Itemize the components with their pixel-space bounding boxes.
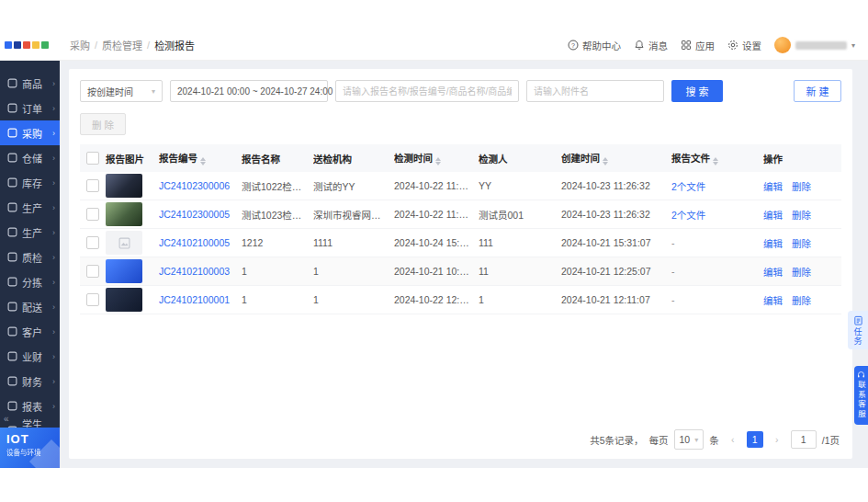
breadcrumb-separator: /	[95, 40, 97, 51]
report-thumbnail[interactable]	[106, 259, 142, 283]
prev-page-button[interactable]: ‹	[725, 431, 741, 448]
brand-logo[interactable]	[5, 41, 49, 49]
report-thumbnail[interactable]	[106, 288, 142, 312]
apps-link[interactable]: 应用	[681, 39, 715, 52]
help-center-link[interactable]: ? 帮助中心	[568, 39, 621, 52]
sort-icon	[603, 157, 608, 165]
sort-icon	[435, 157, 441, 165]
tester: 111	[479, 237, 561, 248]
sidebar-item-sorting[interactable]: 分拣›	[0, 269, 60, 294]
row-checkbox[interactable]	[86, 179, 99, 192]
chevron-right-icon: ›	[52, 402, 55, 411]
warehouse-icon	[7, 153, 17, 163]
delete-link[interactable]: 删除	[792, 295, 811, 306]
column-header: 送检机构	[313, 152, 394, 165]
sidebar-item-label: 采购	[22, 126, 42, 141]
logo-title: IOT	[6, 432, 53, 446]
delete-link[interactable]: 删除	[792, 267, 811, 278]
headset-icon	[857, 371, 865, 379]
sidebar-collapse-button[interactable]: «	[4, 414, 9, 424]
next-page-button[interactable]: ›	[769, 431, 785, 448]
settings-link[interactable]: 设置	[727, 39, 761, 52]
row-checkbox[interactable]	[86, 265, 99, 278]
sidebar-item-purchase[interactable]: 采购›	[0, 120, 60, 145]
row-checkbox[interactable]	[86, 208, 99, 221]
files-link[interactable]: 2个文件	[671, 210, 705, 221]
report-id-link[interactable]: JC24102300006	[159, 180, 230, 191]
filter-bar: 按创建时间 ▾ 2024-10-21 00:00 ~ 2024-10-27 24…	[80, 80, 841, 102]
report-name: 1	[242, 266, 313, 277]
messages-link[interactable]: 消息	[634, 39, 668, 52]
edit-link[interactable]: 编辑	[763, 238, 783, 249]
sidebar-item-quality[interactable]: 质检›	[0, 245, 60, 269]
report-thumbnail[interactable]	[106, 231, 142, 255]
report-id-link[interactable]: JC24102100003	[159, 266, 230, 277]
breadcrumb-item[interactable]: 质检管理	[102, 38, 142, 52]
tester: 11	[479, 266, 561, 277]
sidebar-item-inventory[interactable]: 库存›	[0, 170, 60, 195]
report-thumbnail[interactable]	[106, 174, 142, 198]
sidebar-item-production-2[interactable]: 生产›	[0, 220, 60, 245]
sidebar-item-finance[interactable]: 财务›	[0, 369, 60, 394]
select-all-checkbox[interactable]	[86, 152, 99, 165]
column-header: 报告图片	[106, 152, 159, 165]
sidebar-item-warehouse[interactable]: 仓储›	[0, 145, 60, 170]
page-jump-input[interactable]: 1	[791, 430, 817, 449]
column-header[interactable]: 报告文件	[671, 151, 763, 165]
sidebar-item-delivery[interactable]: 配送›	[0, 294, 60, 319]
bell-icon	[634, 40, 645, 51]
breadcrumb: 采购/质检管理/检测报告	[70, 38, 195, 52]
delete-link[interactable]: 删除	[792, 181, 811, 192]
page-size-select[interactable]: 10 ▾	[674, 429, 705, 450]
contact-service-button[interactable]: 联系客服	[854, 366, 868, 425]
time-field-select[interactable]: 按创建时间 ▾	[80, 80, 163, 102]
column-header[interactable]: 创建时间	[561, 151, 671, 165]
sidebar-item-orders[interactable]: 订单›	[0, 96, 60, 120]
apps-label: 应用	[695, 39, 715, 52]
batch-delete-button[interactable]: 删 除	[80, 113, 126, 135]
report-name: 测试1022检测报告	[242, 179, 313, 193]
created-time: 2024-10-21 15:31:07	[561, 237, 671, 248]
edit-link[interactable]: 编辑	[763, 210, 783, 221]
chevron-down-icon: ▾	[694, 436, 698, 444]
report-id-link[interactable]: JC24102100001	[159, 294, 230, 305]
inventory-icon	[7, 177, 17, 188]
files-link[interactable]: 2个文件	[671, 181, 705, 192]
grid-icon	[681, 40, 692, 51]
table-row: JC24102100001112024-10-22 12:10:0012024-…	[80, 286, 841, 314]
top-header: 采购/质检管理/检测报告 ? 帮助中心 消息	[0, 30, 868, 61]
sidebar-item-customers[interactable]: 客户›	[0, 319, 60, 344]
report-id-link[interactable]: JC24102300005	[159, 209, 230, 220]
brand-logo-square	[32, 41, 39, 49]
chevron-right-icon: ›	[52, 203, 55, 212]
task-label: 任务	[852, 327, 864, 346]
row-checkbox[interactable]	[86, 293, 99, 306]
create-button[interactable]: 新 建	[794, 80, 841, 102]
column-header[interactable]: 报告编号	[159, 151, 242, 165]
header-actions: ? 帮助中心 消息 应用	[568, 37, 855, 53]
sidebar-item-business-finance[interactable]: 业财›	[0, 344, 60, 369]
delete-link[interactable]: 删除	[792, 238, 811, 249]
keyword-input[interactable]	[335, 80, 519, 102]
task-panel-button[interactable]: 任务	[848, 311, 868, 349]
edit-link[interactable]: 编辑	[763, 295, 783, 306]
gear-icon	[727, 40, 738, 51]
sidebar-item-goods[interactable]: 商品›	[0, 71, 60, 96]
image-placeholder-icon	[118, 237, 130, 249]
breadcrumb-item[interactable]: 采购	[70, 38, 90, 52]
edit-link[interactable]: 编辑	[763, 181, 783, 192]
current-page[interactable]: 1	[747, 431, 763, 448]
delete-link[interactable]: 删除	[792, 210, 811, 221]
report-id-link[interactable]: JC24102100005	[159, 237, 230, 248]
edit-link[interactable]: 编辑	[763, 267, 783, 278]
chevron-right-icon: ›	[52, 278, 55, 287]
date-range-picker[interactable]: 2024-10-21 00:00 ~ 2024-10-27 24:00	[170, 80, 328, 102]
row-checkbox[interactable]	[86, 236, 99, 249]
report-thumbnail[interactable]	[106, 202, 142, 226]
tester: 测试员001	[479, 208, 561, 222]
column-header[interactable]: 检测时间	[394, 151, 479, 165]
user-menu[interactable]: ▾	[774, 37, 855, 53]
search-button[interactable]: 搜 索	[671, 80, 723, 102]
attachment-input[interactable]	[526, 80, 664, 102]
sidebar-item-production[interactable]: 生产›	[0, 195, 60, 220]
